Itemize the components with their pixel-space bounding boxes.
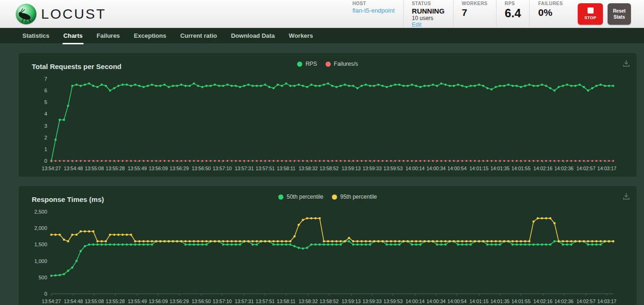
svg-text:0: 0 bbox=[44, 158, 47, 164]
legend-label: RPS bbox=[306, 61, 317, 67]
svg-text:1: 1 bbox=[44, 146, 47, 152]
top-header: LOCUST HOST flan-t5-endpoint STATUS RUNN… bbox=[0, 0, 644, 28]
legend-item[interactable]: Failures/s bbox=[325, 61, 358, 67]
legend-label: 50th percentile bbox=[287, 194, 323, 200]
svg-text:14:00:14: 14:00:14 bbox=[406, 298, 425, 304]
svg-text:0: 0 bbox=[44, 291, 47, 297]
locust-logo-icon bbox=[16, 4, 36, 24]
svg-text:14:00:54: 14:00:54 bbox=[448, 298, 467, 304]
svg-text:14:02:57: 14:02:57 bbox=[576, 298, 595, 304]
svg-text:13:58:52: 13:58:52 bbox=[320, 298, 339, 304]
rps-stat: RPS 6.4 bbox=[496, 0, 530, 28]
rps-label: RPS bbox=[505, 1, 521, 6]
svg-text:13:57:31: 13:57:31 bbox=[235, 298, 254, 304]
tab-workers[interactable]: Workers bbox=[289, 28, 313, 43]
legend-dot-icon bbox=[332, 194, 337, 200]
tab-statistics[interactable]: Statistics bbox=[22, 28, 49, 43]
stop-icon bbox=[588, 7, 594, 14]
reset-stats-button[interactable]: ResetStats bbox=[608, 3, 631, 25]
svg-text:2,500: 2,500 bbox=[34, 209, 47, 215]
svg-text:14:01:35: 14:01:35 bbox=[490, 298, 510, 304]
failures-value: 0% bbox=[538, 7, 563, 18]
download-icon[interactable] bbox=[623, 193, 630, 200]
locust-bug-silhouette bbox=[17, 7, 35, 23]
svg-text:14:00:34: 14:00:34 bbox=[427, 166, 446, 171]
workers-value: 7 bbox=[462, 7, 488, 18]
svg-text:14:01:15: 14:01:15 bbox=[469, 166, 489, 171]
svg-text:14:01:55: 14:01:55 bbox=[511, 298, 531, 304]
legend-label: 95th percentile bbox=[340, 194, 377, 200]
svg-text:13:56:50: 13:56:50 bbox=[192, 166, 211, 171]
status-users: 10 users bbox=[412, 15, 445, 21]
header-buttons: STOP ResetStats bbox=[578, 3, 631, 25]
main-nav: Statistics Charts Failures Exceptions Cu… bbox=[0, 28, 644, 43]
legend-item[interactable]: RPS bbox=[297, 61, 317, 67]
legend-item[interactable]: 50th percentile bbox=[278, 194, 323, 200]
svg-text:14:03:17: 14:03:17 bbox=[597, 298, 616, 304]
download-icon[interactable] bbox=[623, 60, 630, 67]
reset-label-line2: Stats bbox=[614, 14, 625, 20]
svg-text:14:00:34: 14:00:34 bbox=[427, 298, 446, 304]
tab-download-data[interactable]: Download Data bbox=[231, 28, 275, 43]
svg-text:14:02:16: 14:02:16 bbox=[533, 298, 553, 304]
svg-text:13:55:28: 13:55:28 bbox=[106, 298, 125, 304]
brand: LOCUST bbox=[16, 4, 106, 24]
svg-text:3: 3 bbox=[44, 123, 47, 129]
svg-text:14:02:36: 14:02:36 bbox=[554, 298, 574, 304]
svg-text:6: 6 bbox=[44, 88, 47, 93]
svg-text:14:01:55: 14:01:55 bbox=[511, 166, 531, 171]
svg-text:13:56:09: 13:56:09 bbox=[149, 166, 168, 171]
svg-text:13:58:11: 13:58:11 bbox=[277, 166, 295, 171]
host-stat: HOST flan-t5-endpoint bbox=[344, 0, 403, 28]
svg-text:13:59:33: 13:59:33 bbox=[363, 298, 382, 304]
tab-charts[interactable]: Charts bbox=[63, 28, 83, 43]
svg-text:13:55:28: 13:55:28 bbox=[106, 166, 125, 171]
svg-text:14:01:35: 14:01:35 bbox=[490, 166, 510, 171]
svg-text:13:57:51: 13:57:51 bbox=[256, 166, 275, 171]
app-title: LOCUST bbox=[41, 6, 106, 22]
failures-stat: FAILURES 0% bbox=[529, 0, 571, 28]
host-value-link[interactable]: flan-t5-endpoint bbox=[352, 7, 394, 14]
svg-text:14:00:14: 14:00:14 bbox=[406, 166, 425, 171]
legend-label: Failures/s bbox=[334, 61, 358, 67]
svg-text:13:55:08: 13:55:08 bbox=[85, 166, 104, 171]
rps-chart-legend: RPSFailures/s bbox=[297, 61, 358, 67]
legend-dot-icon bbox=[297, 62, 302, 67]
tab-exceptions[interactable]: Exceptions bbox=[134, 28, 166, 43]
svg-text:13:56:09: 13:56:09 bbox=[149, 298, 168, 304]
svg-text:5: 5 bbox=[44, 99, 47, 105]
svg-text:14:02:16: 14:02:16 bbox=[533, 166, 553, 171]
svg-text:500: 500 bbox=[39, 275, 47, 280]
svg-text:13:54:48: 13:54:48 bbox=[64, 298, 83, 304]
legend-dot-icon bbox=[278, 194, 283, 200]
status-label: STATUS bbox=[412, 1, 445, 6]
rps-chart: 0123456713:54:2713:54:4813:55:0813:55:28… bbox=[28, 73, 627, 173]
svg-text:13:57:10: 13:57:10 bbox=[213, 298, 232, 304]
svg-text:14:03:17: 14:03:17 bbox=[597, 166, 616, 171]
stop-button[interactable]: STOP bbox=[578, 3, 603, 25]
svg-text:13:55:49: 13:55:49 bbox=[128, 298, 147, 304]
svg-text:13:58:32: 13:58:32 bbox=[299, 166, 318, 171]
rps-chart-panel: Total Requests per Second RPSFailures/s … bbox=[19, 53, 637, 177]
svg-text:4: 4 bbox=[44, 111, 47, 117]
failures-label: FAILURES bbox=[538, 1, 563, 6]
legend-item[interactable]: 95th percentile bbox=[332, 194, 377, 200]
response-times-chart-panel: Response Times (ms) 50th percentile95th … bbox=[19, 186, 637, 305]
svg-text:13:59:33: 13:59:33 bbox=[363, 166, 382, 171]
tab-failures[interactable]: Failures bbox=[97, 28, 120, 43]
svg-text:13:58:11: 13:58:11 bbox=[277, 298, 295, 304]
svg-text:13:56:29: 13:56:29 bbox=[170, 166, 189, 171]
svg-text:13:59:13: 13:59:13 bbox=[342, 298, 361, 304]
workers-label: WORKERS bbox=[462, 1, 488, 6]
svg-text:14:02:57: 14:02:57 bbox=[576, 166, 595, 171]
edit-link[interactable]: Edit bbox=[412, 21, 445, 28]
svg-text:13:55:08: 13:55:08 bbox=[85, 298, 104, 304]
response-times-chart-legend: 50th percentile95th percentile bbox=[278, 194, 377, 200]
tab-current-ratio[interactable]: Current ratio bbox=[180, 28, 217, 43]
svg-text:13:57:51: 13:57:51 bbox=[256, 298, 275, 304]
svg-text:13:58:52: 13:58:52 bbox=[320, 166, 339, 171]
charts-page: Total Requests per Second RPSFailures/s … bbox=[0, 43, 644, 305]
svg-text:13:54:48: 13:54:48 bbox=[64, 166, 83, 171]
svg-text:1,000: 1,000 bbox=[34, 258, 47, 264]
svg-text:13:54:27: 13:54:27 bbox=[42, 298, 61, 304]
